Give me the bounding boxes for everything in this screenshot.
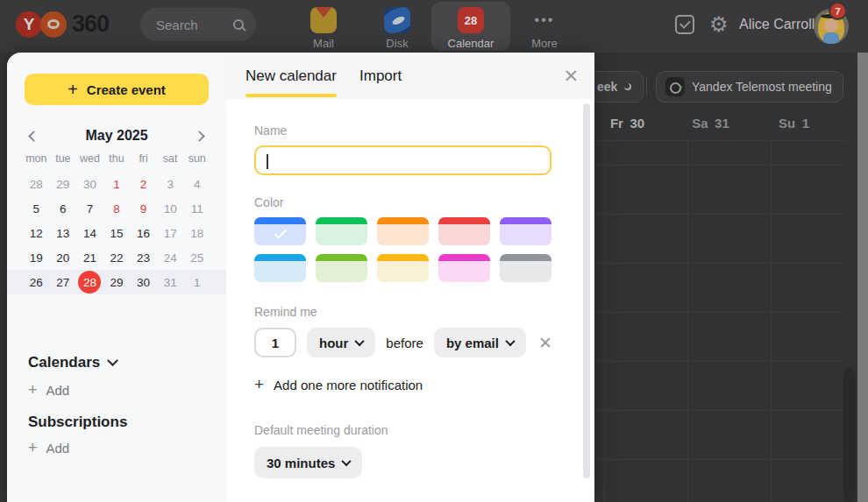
app-mail[interactable]: Mail xyxy=(294,2,353,51)
search-icon xyxy=(233,19,244,30)
remove-reminder-icon[interactable]: ✕ xyxy=(538,333,552,353)
prev-month-icon[interactable] xyxy=(28,131,39,142)
reminder-channel-dropdown[interactable]: by email xyxy=(434,328,526,357)
mini-calendar-day[interactable]: 10 xyxy=(157,202,184,216)
plus-icon: + xyxy=(68,80,78,100)
mini-calendar-day[interactable]: 28 xyxy=(76,271,103,293)
subscriptions-section-header: Subscriptions xyxy=(28,414,127,431)
mini-calendar-day[interactable]: 29 xyxy=(50,178,77,191)
app-more[interactable]: •••More xyxy=(515,2,574,51)
telemost-meeting-button[interactable]: Yandex Telemost meeting xyxy=(656,71,843,103)
next-month-icon[interactable] xyxy=(194,131,205,142)
mini-calendar-day[interactable]: 17 xyxy=(157,227,184,240)
mini-calendar-day[interactable]: 27 xyxy=(50,276,77,289)
mini-calendar-day[interactable]: 12 xyxy=(23,227,50,240)
app-calendar[interactable]: 28Calendar xyxy=(431,2,510,51)
settings-gear-icon[interactable]: ⚙ xyxy=(709,12,729,37)
mini-calendar-day[interactable]: 30 xyxy=(130,276,157,289)
mini-calendar-day[interactable]: 1 xyxy=(183,276,210,289)
grid-line xyxy=(687,140,688,502)
create-event-button[interactable]: + Create event xyxy=(25,74,209,105)
calendar-icon: 28 xyxy=(458,7,484,33)
weekday-label: mon xyxy=(23,152,50,165)
search-input[interactable]: Search xyxy=(140,8,256,41)
mini-calendar-day[interactable]: 19 xyxy=(23,251,50,265)
check-icon xyxy=(274,225,287,238)
notification-badge[interactable]: 7 xyxy=(829,2,847,20)
color-swatch[interactable] xyxy=(254,217,306,245)
calendars-section-header[interactable]: Calendars xyxy=(28,354,117,371)
mini-calendar-day[interactable]: 28 xyxy=(23,178,50,191)
calendar-name-input[interactable] xyxy=(254,145,551,175)
mini-calendar-day[interactable]: 4 xyxy=(183,178,210,191)
page-scrollbar[interactable] xyxy=(857,53,868,502)
more-icon: ••• xyxy=(535,7,555,33)
tasks-icon[interactable] xyxy=(675,15,694,34)
mini-calendar-day[interactable]: 11 xyxy=(183,202,210,216)
mini-calendar-week: 2627282930311 xyxy=(7,270,226,294)
remind-me-label: Remind me xyxy=(254,305,559,319)
mini-calendar-day[interactable]: 8 xyxy=(103,202,131,216)
color-swatch[interactable] xyxy=(438,217,490,245)
duration-label: Default meeting duration xyxy=(254,423,559,437)
close-icon[interactable]: ✕ xyxy=(563,66,579,87)
mini-calendar-day[interactable]: 29 xyxy=(103,276,131,289)
mini-calendar-day[interactable]: 25 xyxy=(183,251,210,265)
mini-calendar-day[interactable]: 7 xyxy=(76,202,103,216)
color-swatch[interactable] xyxy=(377,254,429,282)
mini-calendar-day[interactable]: 16 xyxy=(130,227,157,240)
color-swatch[interactable] xyxy=(500,254,551,282)
mini-calendar-day[interactable]: 30 xyxy=(76,178,103,191)
color-swatch[interactable] xyxy=(254,254,306,282)
mini-calendar-day[interactable]: 14 xyxy=(76,227,103,240)
mini-calendar-day[interactable]: 20 xyxy=(50,251,77,265)
chevron-down-icon xyxy=(107,355,118,366)
mini-calendar-day[interactable]: 5 xyxy=(23,202,50,216)
reminder-count-input[interactable] xyxy=(254,328,296,357)
mini-calendar-day[interactable]: 9 xyxy=(130,202,157,216)
mini-calendar-day[interactable]: 26 xyxy=(23,276,50,289)
mini-calendar-day[interactable]: 21 xyxy=(76,251,103,265)
add-calendar-button[interactable]: + Add xyxy=(28,381,69,399)
duration-dropdown[interactable]: 30 minutes xyxy=(254,447,362,478)
mini-calendar-day[interactable]: 6 xyxy=(50,202,77,216)
new-calendar-dialog: New calendar Import ✕ Name Color Remind … xyxy=(226,53,594,502)
dialog-scrollbar[interactable] xyxy=(583,103,590,478)
tab-import[interactable]: Import xyxy=(359,53,402,99)
top-bar: Y 360 Search MailDisk28Calendar•••More ⚙… xyxy=(0,0,868,53)
search-placeholder: Search xyxy=(156,18,233,32)
mini-calendar-day[interactable]: 1 xyxy=(103,178,131,191)
color-swatch[interactable] xyxy=(438,254,490,282)
chevron-down-icon xyxy=(342,456,352,466)
mini-calendar-grid: 2829301234567891011121314151617181920212… xyxy=(7,172,226,294)
color-swatch[interactable] xyxy=(316,254,367,282)
mini-calendar-week: 19202122232425 xyxy=(7,245,226,270)
plus-icon: + xyxy=(28,439,38,457)
mini-calendar-day[interactable]: 24 xyxy=(157,251,184,265)
dialog-tab-bar: New calendar Import ✕ xyxy=(226,53,594,99)
mini-calendar-day[interactable]: 31 xyxy=(157,276,184,289)
mini-calendar-day[interactable]: 23 xyxy=(130,251,157,265)
mini-calendar-day[interactable]: 2 xyxy=(130,178,157,191)
reminder-unit-dropdown[interactable]: hour xyxy=(307,328,375,357)
mini-calendar-day[interactable]: 22 xyxy=(103,251,131,265)
color-swatch[interactable] xyxy=(316,217,367,245)
user-name[interactable]: Alice Carroll xyxy=(739,17,815,32)
toolbar-divider xyxy=(646,77,647,95)
add-notification-button[interactable]: + Add one more notification xyxy=(254,375,559,394)
add-subscription-button[interactable]: + Add xyxy=(28,439,69,457)
disk-icon xyxy=(384,7,410,33)
mini-calendar-day[interactable]: 15 xyxy=(103,227,131,240)
color-label: Color xyxy=(254,195,559,209)
background-scrollbar[interactable] xyxy=(843,368,856,502)
tab-new-calendar[interactable]: New calendar xyxy=(245,53,337,99)
app-disk[interactable]: Disk xyxy=(367,2,427,51)
grid-line xyxy=(581,410,845,411)
color-swatch[interactable] xyxy=(377,217,429,245)
yandex-360-logo[interactable]: Y 360 xyxy=(16,11,109,38)
mini-calendar-day[interactable]: 13 xyxy=(50,227,77,240)
mini-calendar-day[interactable]: 3 xyxy=(157,178,184,191)
color-swatch[interactable] xyxy=(500,217,551,245)
mini-calendar-day[interactable]: 18 xyxy=(183,227,210,240)
week-day-headers: Fr 30Sa 31Su 1 xyxy=(586,116,849,133)
